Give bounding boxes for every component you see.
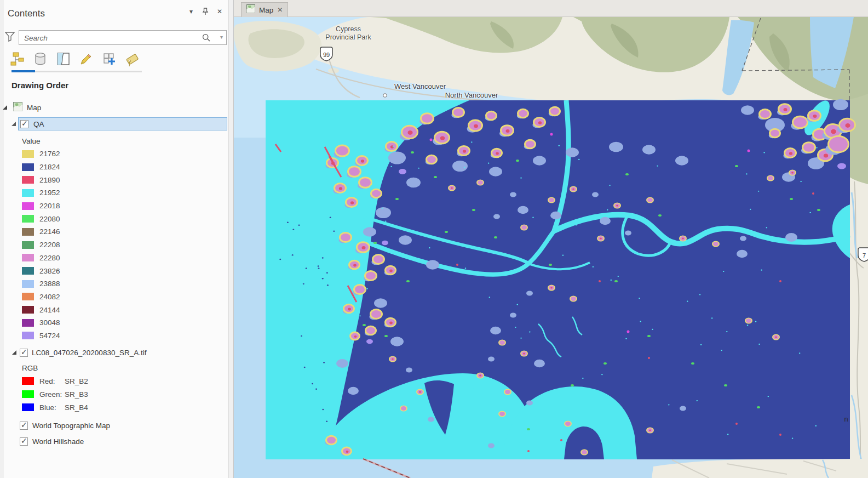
legend-swatch[interactable] <box>22 241 34 249</box>
legend-item[interactable]: 21762 <box>0 147 228 161</box>
arcgis-pro-window: Contents ▾ ✕ <box>0 0 868 478</box>
map-label: Map <box>27 104 41 112</box>
topo-label: World Topographic Map <box>32 422 110 430</box>
legend-swatch[interactable] <box>22 280 34 288</box>
green-band-label: Green: <box>39 390 65 399</box>
legend-swatch[interactable] <box>22 293 34 300</box>
hillshade-label: World Hillshade <box>32 437 84 446</box>
legend-value: 23826 <box>39 267 60 275</box>
label-tag-icon <box>125 52 140 66</box>
legend-swatch[interactable] <box>22 228 34 236</box>
tree-item-qa[interactable]: QA <box>0 117 228 131</box>
blue-band-swatch <box>22 403 34 411</box>
toolbar-list-by-selection[interactable] <box>55 50 71 67</box>
svg-text:7: 7 <box>863 252 866 259</box>
map-tab-thumbnail-icon <box>246 4 255 15</box>
pin-button[interactable] <box>200 7 210 16</box>
qa-visibility-checkbox[interactable] <box>20 120 28 128</box>
layer-tree: Map QA Value 21762 21824 <box>0 96 228 448</box>
hillshade-visibility-checkbox[interactable] <box>20 437 28 446</box>
pane-splitter[interactable] <box>228 0 234 478</box>
legend-item[interactable]: 30048 <box>0 316 228 329</box>
legend-item[interactable]: 24144 <box>0 303 228 316</box>
tree-item-lc08[interactable]: LC08_047026_20200830_SR_A.tif <box>0 346 228 359</box>
legend-item[interactable]: 21952 <box>0 186 228 200</box>
legend-item[interactable]: 21890 <box>0 173 228 186</box>
legend-value: 21762 <box>39 150 60 158</box>
legend-value: 22018 <box>39 202 60 210</box>
map-tab-close-icon[interactable]: ✕ <box>277 6 283 14</box>
toolbar-list-by-snapping[interactable] <box>101 50 117 67</box>
drawing-order-icon <box>10 52 25 66</box>
legend-swatch[interactable] <box>22 150 34 158</box>
selection-map-icon <box>56 52 71 66</box>
band-row-green: Green: SR_B3 <box>0 388 228 401</box>
legend-item[interactable]: 22018 <box>0 200 228 213</box>
filter-icon <box>5 31 15 42</box>
legend-swatch[interactable] <box>22 202 34 210</box>
legend-value: 21952 <box>39 189 60 197</box>
legend-list: 21762 21824 21890 21952 22018 22080 2214… <box>0 147 228 342</box>
green-band-name: SR_B3 <box>65 390 88 399</box>
basemap: 99 7 <box>234 17 868 478</box>
qa-label: QA <box>33 120 44 128</box>
svg-text:99: 99 <box>323 52 330 58</box>
legend-item[interactable]: 22280 <box>0 252 228 265</box>
legend-item[interactable]: 22146 <box>0 225 228 238</box>
close-icon: ✕ <box>217 8 222 15</box>
lc08-visibility-checkbox[interactable] <box>20 349 28 357</box>
tree-item-world-hillshade[interactable]: World Hillshade <box>0 434 228 448</box>
expand-arrow-icon[interactable] <box>12 350 16 355</box>
qa-selection-highlight[interactable]: QA <box>18 117 227 130</box>
legend-value: 54724 <box>39 332 60 340</box>
green-band-swatch <box>22 390 34 398</box>
legend-swatch[interactable] <box>22 215 34 223</box>
tree-item-map[interactable]: Map <box>0 101 228 114</box>
chevron-down-icon: ▾ <box>189 8 193 15</box>
legend-swatch[interactable] <box>22 254 34 261</box>
search-button[interactable] <box>202 33 211 44</box>
topo-visibility-checkbox[interactable] <box>20 422 28 430</box>
blue-band-name: SR_B4 <box>65 403 88 412</box>
map-view: Map ✕ <box>234 0 868 478</box>
legend-swatch[interactable] <box>22 163 34 171</box>
legend-swatch[interactable] <box>22 332 34 339</box>
legend-swatch[interactable] <box>22 267 34 275</box>
west-vancouver-label: West Vancouver <box>394 82 446 90</box>
toolbar-list-by-labeling[interactable] <box>124 50 140 67</box>
legend-value: 21824 <box>39 163 60 171</box>
legend-value: 23888 <box>39 280 60 288</box>
legend-item[interactable]: 22080 <box>0 212 228 225</box>
pane-menu-button[interactable]: ▾ <box>186 7 196 16</box>
legend-swatch[interactable] <box>22 176 34 184</box>
legend-item[interactable]: 22208 <box>0 238 228 252</box>
search-options-caret[interactable]: ▾ <box>220 34 223 40</box>
legend-item[interactable]: 23888 <box>0 277 228 291</box>
toolbar-list-by-editing[interactable] <box>78 50 94 67</box>
map-canvas[interactable]: 99 7 Cypress Provincial Park West Vancou… <box>234 17 868 478</box>
map-view-tab[interactable]: Map ✕ <box>241 2 288 17</box>
tree-item-world-topographic-map[interactable]: World Topographic Map <box>0 418 228 433</box>
expand-arrow-icon[interactable] <box>3 105 7 110</box>
toolbar-active-indicator <box>12 70 35 72</box>
legend-swatch[interactable] <box>22 319 34 327</box>
pane-close-button[interactable]: ✕ <box>215 7 225 16</box>
legend-swatch[interactable] <box>22 306 34 314</box>
expand-arrow-icon[interactable] <box>12 122 16 126</box>
search-box: ▾ <box>19 30 227 45</box>
legend-item[interactable]: 54724 <box>0 329 228 343</box>
legend-item[interactable]: 21824 <box>0 161 228 174</box>
search-input[interactable] <box>23 31 206 45</box>
red-band-swatch <box>22 377 34 385</box>
band-row-blue: Blue: SR_B4 <box>0 401 228 414</box>
legend-value: 22080 <box>39 215 60 223</box>
legend-swatch[interactable] <box>22 189 34 197</box>
toolbar-list-by-drawing-order[interactable] <box>9 50 25 67</box>
legend-value: 22280 <box>39 254 60 262</box>
toolbar-list-by-data-source[interactable] <box>32 50 48 67</box>
band-row-red: Red: SR_B2 <box>0 374 228 388</box>
legend-value: 24144 <box>39 306 60 314</box>
filter-button[interactable] <box>5 31 15 44</box>
legend-item[interactable]: 24082 <box>0 291 228 304</box>
legend-item[interactable]: 23826 <box>0 264 228 277</box>
